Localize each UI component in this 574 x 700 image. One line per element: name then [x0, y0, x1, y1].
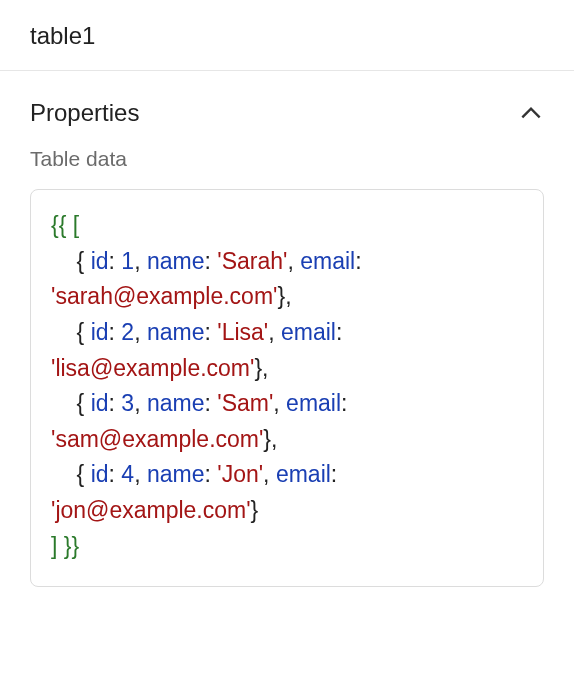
code-token: id	[91, 248, 109, 274]
properties-section-title: Properties	[30, 99, 139, 127]
code-token: }	[263, 426, 271, 452]
code-token: id	[91, 319, 109, 345]
code-token: ,	[134, 461, 140, 487]
code-token: 'jon@example.com'	[51, 497, 251, 523]
code-token: ,	[134, 390, 140, 416]
code-token: }	[254, 355, 262, 381]
code-token: :	[204, 319, 210, 345]
panel-title: table1	[0, 0, 574, 71]
code-token: ,	[134, 319, 140, 345]
properties-section-header[interactable]: Properties	[30, 71, 544, 133]
code-token: :	[331, 461, 337, 487]
code-token: 'sarah@example.com'	[51, 283, 277, 309]
code-token: 'sam@example.com'	[51, 426, 263, 452]
code-token: }}	[64, 533, 79, 559]
code-token: email	[281, 319, 336, 345]
code-token: {	[77, 461, 85, 487]
code-token: [	[73, 212, 79, 238]
code-token: 'lisa@example.com'	[51, 355, 254, 381]
code-token: {	[77, 319, 85, 345]
code-token: email	[286, 390, 341, 416]
code-token: ,	[273, 390, 279, 416]
code-token: :	[109, 461, 115, 487]
code-token: :	[109, 248, 115, 274]
code-token: ,	[271, 426, 277, 452]
code-token: name	[147, 390, 205, 416]
code-token: ,	[287, 248, 293, 274]
table-data-label: Table data	[30, 133, 544, 189]
code-token: name	[147, 248, 205, 274]
code-token: {	[77, 390, 85, 416]
code-token: :	[109, 319, 115, 345]
code-token: ,	[134, 248, 140, 274]
code-token: ,	[262, 355, 268, 381]
code-token: id	[91, 461, 109, 487]
code-token: 2	[121, 319, 134, 345]
code-token: 'Sam'	[217, 390, 273, 416]
table-data-input[interactable]: {{ [ { id: 1, name: 'Sarah', email: 'sar…	[30, 189, 544, 587]
code-token: {	[77, 248, 85, 274]
code-token: :	[204, 248, 210, 274]
code-token: }	[277, 283, 285, 309]
code-token: :	[336, 319, 342, 345]
code-token: email	[300, 248, 355, 274]
code-token: name	[147, 461, 205, 487]
properties-section: Properties Table data {{ [ { id: 1, name…	[0, 71, 574, 617]
code-token: ,	[285, 283, 291, 309]
code-token: 'Sarah'	[217, 248, 287, 274]
code-token: 4	[121, 461, 134, 487]
code-token: id	[91, 390, 109, 416]
code-token: :	[355, 248, 361, 274]
code-token: ]	[51, 533, 57, 559]
code-token: {{	[51, 212, 66, 238]
code-token: }	[251, 497, 259, 523]
code-token: ,	[268, 319, 274, 345]
code-token: :	[109, 390, 115, 416]
code-token: 'Lisa'	[217, 319, 268, 345]
code-token: 1	[121, 248, 134, 274]
code-token: :	[204, 390, 210, 416]
code-token: ,	[263, 461, 269, 487]
code-token: 3	[121, 390, 134, 416]
code-token: :	[204, 461, 210, 487]
code-token: 'Jon'	[217, 461, 263, 487]
chevron-up-icon	[518, 100, 544, 126]
code-token: email	[276, 461, 331, 487]
code-token: :	[341, 390, 347, 416]
code-token: name	[147, 319, 205, 345]
